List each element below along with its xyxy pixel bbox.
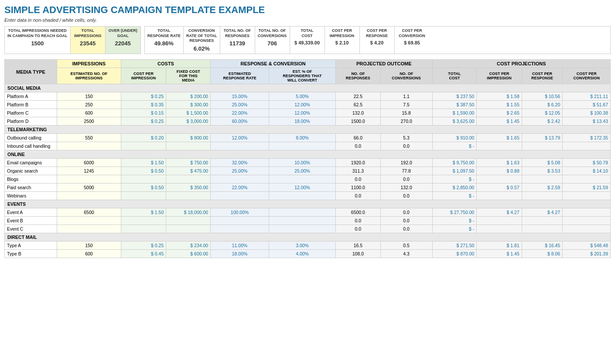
table-cell: Organic search	[5, 167, 57, 175]
data-row: Platform C600$ 0.15$ 1,500.0022.00%12.00…	[5, 109, 611, 117]
table-cell: $ 3,000.00	[166, 117, 211, 126]
table-cell: $ 9,750.00	[432, 159, 477, 167]
table-cell	[166, 175, 211, 184]
data-row: Blogs0.00.0$ -	[5, 175, 611, 184]
data-row: Event A6500$ 1.50$ 18,000.00100.00%6500.…	[5, 208, 611, 217]
total-cost-header: TOTALCOST	[432, 68, 477, 84]
col-header-row: ESTIMATED NO. OFIMPRESSIONS COST PERIMPR…	[5, 68, 611, 84]
category-row: SOCIAL MEDIA	[5, 84, 611, 92]
table-cell	[563, 192, 611, 200]
impressions-group-header: IMPRESSIONS	[57, 60, 121, 68]
table-cell: Paid search	[5, 184, 57, 192]
table-cell: $ 548.48	[563, 242, 611, 250]
table-cell: 1245	[57, 167, 121, 175]
table-cell: 550	[57, 134, 121, 142]
total-impressions-value: 23545	[73, 40, 102, 47]
fixed-cost-header: FIXED COSTFOR THISMEDIA	[166, 68, 211, 84]
table-cell: $ 12.05	[522, 109, 563, 117]
table-cell	[269, 142, 336, 150]
table-cell: $ 271.50	[432, 242, 477, 250]
table-cell: 600	[57, 109, 121, 117]
total-response-rate-cell: TOTALRESPONSE RATE 49.86%	[145, 27, 184, 54]
summary-cpr-cell: COST PERRESPONSE $ 4.20	[360, 27, 395, 54]
cost-proj-group-header: COST PROJECTIONS	[432, 60, 610, 68]
total-no-responses-value: 11739	[223, 40, 252, 47]
table-cell: 132.0	[380, 184, 432, 192]
response-group-header: RESPONSE & CONVERSION	[211, 60, 336, 68]
summary-cpi-header: COST PERIMPRESSION	[328, 28, 357, 38]
data-row: Type A150$ 0.25$ 234.0011.00%3.00%16.50.…	[5, 242, 611, 250]
data-row: Platform A150$ 0.25$ 200.0015.00%5.00%22…	[5, 92, 611, 101]
table-cell	[269, 208, 336, 217]
table-cell: 0.0	[380, 217, 432, 225]
category-label: EVENTS	[5, 200, 611, 208]
table-cell: $ 0.15	[121, 109, 166, 117]
table-cell: 0.0	[380, 192, 432, 200]
table-cell: 5.3	[380, 134, 432, 142]
table-cell: $ 3,625.00	[432, 117, 477, 126]
table-cell: $ 4.27	[522, 208, 563, 217]
table-cell: 270.0	[380, 117, 432, 126]
table-cell: $ 172.35	[563, 134, 611, 142]
total-impressions-header: TOTALIMPRESSIONS	[73, 28, 102, 38]
conversion-rate-value: 6.02%	[186, 45, 217, 52]
summary-cpc-header: COST PERCONVERSION	[397, 28, 427, 38]
table-cell: $ 870.00	[432, 250, 477, 258]
table-cell: 62.5	[336, 101, 381, 109]
est-impressions-header: ESTIMATED NO. OFIMPRESSIONS	[57, 68, 121, 84]
summary-right: TOTALRESPONSE RATE 49.86% CONVERSIONRATE…	[144, 26, 611, 54]
table-cell: $ 2.65	[477, 109, 522, 117]
table-cell: 22.5	[336, 92, 381, 101]
table-cell: $ 200.00	[166, 92, 211, 101]
total-response-rate-value: 49.86%	[147, 40, 181, 47]
table-cell: 16.5	[336, 242, 381, 250]
table-cell: 132.0	[336, 109, 381, 117]
table-cell: 2500	[57, 117, 121, 126]
data-row: Paid search5000$ 0.50$ 350.0022.00%12.00…	[5, 184, 611, 192]
table-cell: 77.8	[380, 167, 432, 175]
table-cell: 250	[57, 101, 121, 109]
total-no-responses-header: TOTAL NO. OFRESPONSES	[223, 28, 252, 38]
table-cell: $ 6.20	[522, 101, 563, 109]
table-cell: Type B	[5, 250, 57, 258]
data-row: Organic search1245$ 0.50$ 475.0025.00%25…	[5, 167, 611, 175]
table-cell: 150	[57, 242, 121, 250]
table-cell: 0.0	[336, 192, 381, 200]
table-cell: $ -	[432, 175, 477, 184]
table-cell: 66.0	[336, 134, 381, 142]
table-cell: $ 0.25	[121, 242, 166, 250]
table-cell: 6000	[57, 159, 121, 167]
table-body: SOCIAL MEDIAPlatform A150$ 0.25$ 200.001…	[5, 84, 611, 258]
costs-group-header: COSTS	[121, 60, 210, 68]
over-under-goal-header: OVER (UNDER)GOAL	[108, 28, 138, 38]
table-cell: 0.0	[380, 142, 432, 150]
summary-cpi-value: $ 2.10	[328, 40, 357, 45]
table-cell: $ 1.45	[477, 117, 522, 126]
table-cell	[563, 142, 611, 150]
table-cell: $ 0.50	[121, 184, 166, 192]
table-cell: $ 1,097.50	[432, 167, 477, 175]
table-cell: 4.00%	[269, 250, 336, 258]
table-cell: 15.00%	[211, 92, 269, 101]
conversion-rate-cell: CONVERSIONRATE OF TOTALRESPONSES 6.02%	[184, 27, 220, 54]
table-cell: $ 0.35	[121, 101, 166, 109]
table-cell	[477, 217, 522, 225]
table-cell: 25.00%	[269, 167, 336, 175]
table-cell	[166, 217, 211, 225]
table-cell: 1100.0	[336, 184, 381, 192]
main-table: MEDIA TYPE IMPRESSIONS COSTS RESPONSE & …	[4, 59, 611, 258]
table-cell: 12.00%	[211, 134, 269, 142]
table-cell: $ 237.50	[432, 92, 477, 101]
summary-left: TOTAL IMPRESSIONS NEEDEDin Campaign to R…	[4, 26, 141, 54]
total-impressions-needed-value: 1500	[7, 40, 68, 47]
table-cell	[563, 225, 611, 233]
no-conversions-header: NO. OFCONVERSIONS	[380, 68, 432, 84]
category-row: EVENTS	[5, 200, 611, 208]
total-no-conversions-header: TOTAL NO. OFCONVERSIONS	[258, 28, 287, 38]
over-under-goal-value: 22045	[108, 40, 138, 47]
table-cell: 0.0	[380, 175, 432, 184]
table-cell: 15.8	[380, 109, 432, 117]
table-cell	[211, 175, 269, 184]
table-cell: $ 350.00	[166, 184, 211, 192]
total-impressions-cell: TOTALIMPRESSIONS 23545	[71, 27, 106, 54]
